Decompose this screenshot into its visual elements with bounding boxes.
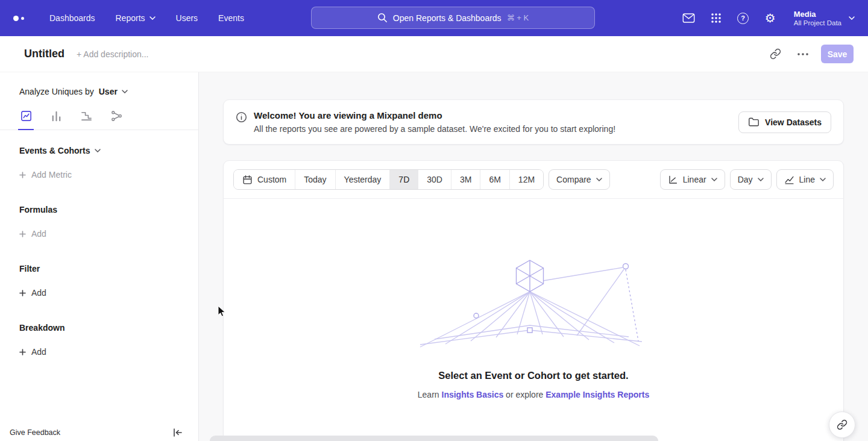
chevron-down-icon [596, 178, 602, 181]
chevron-down-icon [849, 16, 855, 20]
link-icon [837, 419, 848, 430]
nav-events[interactable]: Events [218, 13, 244, 23]
welcome-subtitle: All the reports you see are powered by a… [254, 124, 615, 134]
add-filter-label: Add [31, 288, 46, 298]
view-datasets-label: View Datasets [765, 117, 822, 127]
ellipsis-icon [797, 53, 808, 55]
project-name: Media [794, 10, 841, 19]
analyze-by-dropdown[interactable]: User [99, 87, 128, 96]
interval-dropdown[interactable]: Day [730, 169, 772, 190]
report-actions: Save [766, 45, 854, 64]
insights-chart-icon [20, 110, 33, 122]
line-chart-icon [784, 175, 794, 185]
chart-settings-group: Linear Day Line [660, 169, 834, 190]
report-title[interactable]: Untitled [24, 48, 64, 60]
empty-prefix: Learn [418, 390, 442, 399]
apps-grid-icon[interactable] [709, 11, 723, 25]
empty-state-subtext: Learn Insights Basics or explore Example… [418, 390, 649, 399]
tab-flows[interactable] [108, 110, 124, 130]
chevron-down-icon [758, 178, 764, 181]
insights-report-card: Custom Today Yesterday 7D 30D 3M 6M 12M … [223, 160, 844, 441]
add-breakdown-label: Add [31, 347, 46, 357]
view-datasets-button[interactable]: View Datasets [738, 111, 831, 133]
report-header: Untitled + Add description... Save [0, 36, 868, 72]
logo-dot-small [21, 17, 24, 20]
gear-glyph: ⚙ [765, 12, 776, 24]
plus-icon [19, 290, 26, 296]
flows-dots-icon [110, 110, 123, 122]
sidebar-footer: Give Feedback [0, 427, 198, 441]
analyze-row: Analyze Uniques by User [19, 87, 198, 96]
collapse-sidebar-button[interactable] [173, 428, 183, 437]
add-formula-button[interactable]: Add [19, 229, 46, 239]
empty-state-illustration [419, 257, 648, 348]
add-breakdown-button[interactable]: Add [19, 347, 46, 357]
top-navbar: Dashboards Reports Users Events Open Rep… [0, 0, 868, 36]
compare-button[interactable]: Compare [549, 169, 610, 190]
custom-label: Custom [257, 175, 286, 184]
empty-state: Select an Event or Cohort to get started… [224, 199, 843, 399]
give-feedback-link[interactable]: Give Feedback [10, 428, 60, 437]
bottom-panel-edge[interactable] [210, 436, 658, 441]
linear-axis-icon [668, 175, 678, 185]
report-toolbar: Custom Today Yesterday 7D 30D 3M 6M 12M … [224, 161, 843, 199]
project-selector[interactable]: Media All Project Data [794, 10, 855, 27]
section-title: Events & Cohorts [19, 146, 90, 155]
date-range-custom[interactable]: Custom [234, 170, 295, 189]
chart-type-dropdown[interactable]: Line [776, 169, 834, 190]
insights-basics-link[interactable]: Insights Basics [442, 390, 504, 399]
plus-icon [19, 349, 26, 355]
section-events-cohorts[interactable]: Events & Cohorts [19, 146, 198, 155]
content-area: Analyze Uniques by User [0, 72, 868, 441]
mixpanel-logo[interactable] [13, 16, 29, 21]
tab-bar-chart[interactable] [48, 110, 64, 130]
navbar-actions: ? ⚙ Media All Project Data [682, 10, 855, 27]
welcome-title: Welcome! You are viewing a Mixpanel demo [254, 110, 615, 120]
add-metric-button[interactable]: Add Metric [19, 170, 72, 180]
compare-label: Compare [556, 175, 591, 184]
app-root: Dashboards Reports Users Events Open Rep… [0, 0, 868, 441]
add-filter-button[interactable]: Add [19, 288, 46, 298]
tab-insights[interactable] [18, 110, 34, 130]
retention-steps-icon [80, 110, 93, 122]
example-reports-link[interactable]: Example Insights Reports [546, 390, 649, 399]
analyze-label: Analyze Uniques by [19, 87, 94, 96]
nav-reports[interactable]: Reports [116, 13, 156, 23]
plus-icon [19, 231, 26, 237]
add-metric-label: Add Metric [31, 170, 72, 180]
analyze-value: User [99, 87, 118, 96]
calendar-icon [242, 175, 253, 185]
search-placeholder: Open Reports & Dashboards [393, 13, 502, 23]
chevron-down-icon [149, 16, 156, 20]
date-range-3m[interactable]: 3M [451, 170, 480, 189]
more-options-button[interactable] [793, 45, 813, 64]
date-range-12m[interactable]: 12M [509, 170, 543, 189]
nav-dashboards[interactable]: Dashboards [49, 13, 95, 23]
analysis-type-tabs [0, 110, 198, 130]
add-description[interactable]: + Add description... [77, 49, 148, 59]
global-search[interactable]: Open Reports & Dashboards ⌘ + K [311, 7, 595, 29]
bar-chart-icon [50, 110, 63, 122]
section-title: Filter [19, 264, 40, 274]
inbox-icon[interactable] [682, 11, 696, 25]
logo-dot-large [13, 16, 19, 21]
copy-link-button[interactable] [766, 45, 785, 64]
report-main: Welcome! You are viewing a Mixpanel demo… [199, 72, 868, 441]
date-range-7d[interactable]: 7D [389, 170, 418, 189]
date-range-yesterday[interactable]: Yesterday [335, 170, 390, 189]
floating-link-button[interactable] [829, 411, 855, 438]
help-icon[interactable]: ? [736, 11, 750, 25]
scale-dropdown[interactable]: Linear [660, 169, 725, 190]
project-subtitle: All Project Data [794, 19, 841, 27]
date-range-6m[interactable]: 6M [480, 170, 509, 189]
save-button[interactable]: Save [821, 45, 854, 63]
section-breakdown: Breakdown [19, 323, 198, 333]
tab-retention[interactable] [78, 110, 94, 130]
welcome-banner: Welcome! You are viewing a Mixpanel demo… [223, 99, 844, 145]
nav-reports-label: Reports [116, 13, 145, 23]
date-range-today[interactable]: Today [295, 170, 335, 189]
nav-users[interactable]: Users [176, 13, 198, 23]
date-range-30d[interactable]: 30D [418, 170, 451, 189]
query-builder-sidebar: Analyze Uniques by User [0, 72, 199, 441]
settings-gear-icon[interactable]: ⚙ [763, 11, 778, 25]
